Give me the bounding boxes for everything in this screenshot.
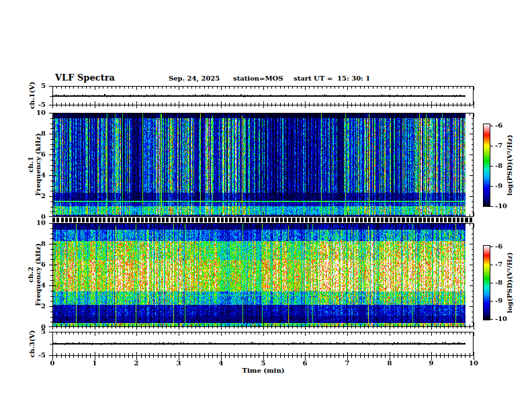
x-tick	[427, 332, 428, 334]
y-tick-in	[53, 326, 56, 327]
x-tick	[305, 105, 306, 108]
x-tick	[141, 332, 142, 334]
x-tick	[225, 87, 226, 89]
x-tick	[364, 113, 365, 116]
colorbar-ch1	[483, 124, 490, 207]
x-tick	[99, 353, 99, 355]
x-tick	[292, 103, 293, 105]
x-tick	[217, 224, 218, 226]
x-tick	[136, 224, 137, 228]
x-tick	[221, 327, 222, 330]
x-tick	[440, 332, 441, 334]
x-tick	[314, 105, 314, 107]
y-tick-in	[472, 234, 473, 234]
x-tick	[259, 356, 259, 358]
x-tick	[149, 353, 150, 355]
x-tick	[448, 224, 449, 226]
x-tick	[149, 214, 150, 216]
x-tick	[61, 214, 62, 216]
x-tick	[69, 324, 70, 326]
x-tick	[82, 87, 83, 89]
x-tick	[128, 103, 129, 105]
x-tick	[423, 327, 424, 328]
x-tick	[183, 353, 183, 355]
x-tick	[78, 103, 79, 105]
x-tick	[360, 105, 361, 107]
x-tick	[112, 356, 112, 358]
x-tick	[335, 113, 335, 116]
x-tick	[280, 113, 281, 116]
x-tick	[406, 214, 407, 216]
x-tick	[436, 224, 437, 226]
x-tick	[187, 103, 188, 105]
y-tick	[50, 296, 52, 297]
x-tick	[309, 87, 310, 89]
x-tick	[440, 353, 441, 355]
x-tick	[440, 224, 441, 226]
x-tick	[238, 332, 238, 334]
x-tick	[78, 327, 79, 328]
x-tick	[410, 332, 411, 334]
x-tick	[427, 353, 428, 355]
x-tick	[200, 356, 200, 358]
x-tick	[440, 87, 441, 89]
x-tick	[301, 356, 302, 358]
header-date: Sep. 24, 2025	[169, 75, 220, 82]
x-tick	[234, 103, 234, 105]
volt-tick-label: -5	[28, 351, 46, 359]
x-tick	[221, 352, 222, 355]
y-tick	[49, 86, 52, 87]
x-tick	[436, 103, 437, 105]
x-tick	[86, 324, 87, 326]
y-tick-in	[470, 134, 473, 134]
x-tick	[238, 214, 238, 216]
y-tick	[50, 344, 52, 345]
colorbar-tick-label: -9	[495, 297, 513, 305]
x-tick	[107, 356, 108, 358]
x-tick	[271, 87, 272, 89]
x-tick	[212, 105, 213, 107]
x-tick	[183, 324, 183, 326]
y-tick	[50, 312, 52, 312]
x-tick	[440, 356, 441, 358]
x-tick	[326, 105, 327, 107]
x-tick	[90, 103, 91, 105]
x-tick	[406, 332, 407, 334]
x-tick	[448, 356, 449, 358]
x-tick	[297, 327, 298, 328]
x-tick	[82, 113, 83, 116]
x-tick	[355, 113, 356, 116]
x-tick	[251, 327, 251, 328]
y-tick-in	[53, 285, 56, 286]
x-tick	[339, 324, 339, 326]
x-tick	[322, 324, 322, 326]
x-tick	[418, 327, 419, 328]
x-tick	[124, 356, 125, 358]
x-tick	[402, 324, 402, 326]
x-tick	[360, 87, 361, 89]
x-tick	[200, 105, 200, 107]
x-tick	[406, 356, 407, 358]
x-tick	[457, 353, 457, 355]
x-tick	[335, 103, 335, 105]
x-tick	[402, 103, 402, 105]
x-tick	[368, 105, 369, 107]
x-tick	[69, 214, 70, 216]
x-tick	[309, 353, 310, 355]
x-tick	[414, 356, 415, 358]
x-tick	[153, 327, 154, 328]
x-tick	[52, 87, 53, 90]
y-tick-in	[472, 165, 473, 166]
ch2-frequency-axis-label: ch.2 Frequency (kHz)	[27, 243, 42, 306]
x-tick	[166, 356, 167, 358]
y-tick-in	[53, 154, 56, 155]
x-tick	[128, 113, 129, 116]
x-tick	[427, 224, 428, 226]
y-tick-in	[53, 312, 54, 312]
x-tick	[251, 324, 251, 326]
x-tick	[267, 224, 268, 226]
x-tick	[229, 327, 230, 328]
x-tick	[242, 214, 242, 216]
x-tick	[326, 113, 327, 116]
y-tick-in	[472, 201, 473, 202]
